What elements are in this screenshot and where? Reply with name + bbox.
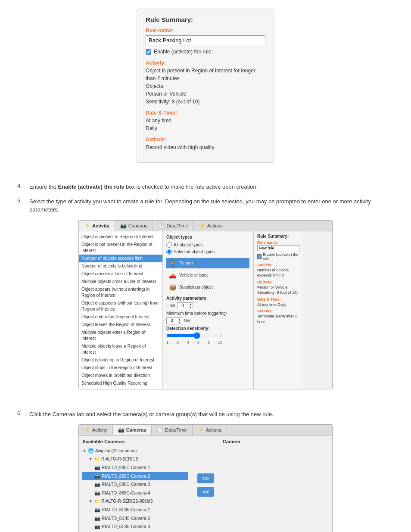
- sensitivity-section: Detection sensitivity: 1246810: [166, 326, 249, 345]
- tree-item-cam4[interactable]: 📷 RIALTO_888C-Camera-4: [82, 489, 188, 498]
- suspicious-object-item[interactable]: 📦 Suspicious object: [166, 282, 249, 292]
- step4-number: 4.: [17, 183, 25, 189]
- tree-label: RIALTO-R-SERIES: [101, 456, 138, 463]
- tab-actions[interactable]: ⚡ Actions: [194, 221, 228, 231]
- tree-item-rialto-008bf3[interactable]: ▼ 📁 RIALTO-R-SERIES-008bf3: [82, 498, 188, 506]
- camera-icon: 📷: [94, 489, 100, 497]
- tree-item-cam2[interactable]: 📷 RIALTO_888C-Camera-2: [82, 472, 188, 481]
- available-cameras-heading: Available Cameras:: [82, 439, 188, 444]
- tree-item-8c45-cam2[interactable]: 📷 RIALTO_8C45-Camera-2: [82, 514, 188, 523]
- step6-text: Click the Cameras tab and select the cam…: [29, 410, 273, 419]
- globe-icon: 🌐: [88, 447, 94, 455]
- all-types-label: All object types: [174, 243, 202, 247]
- list-item[interactable]: Object is not present in the Region of I…: [79, 241, 162, 255]
- camera-dialog: ⚡ Activity 📷 Cameras 🕐 Date/Time ⚡ Actio…: [78, 424, 333, 532]
- limit-down-arrow[interactable]: ▼: [188, 306, 193, 309]
- cam-tab-datetime[interactable]: 🕐 Date/Time: [152, 425, 192, 435]
- min-time-input[interactable]: [167, 318, 177, 324]
- rule-name-input[interactable]: [146, 35, 265, 45]
- list-item[interactable]: Object is loitering in Region of Interes…: [79, 356, 162, 364]
- object-type-group: All object types Selected object types:: [166, 242, 249, 255]
- datetime-section-label: Date & Time:: [146, 110, 265, 116]
- person-icon: 🚶: [168, 259, 177, 268]
- camera-arrows-panel: >> <<: [192, 436, 219, 532]
- tree-item-cam1[interactable]: 📷 RIALTO_888C-Camera-1: [82, 464, 188, 472]
- all-object-types-radio[interactable]: All object types: [166, 242, 249, 248]
- limit-label: Limit: [166, 303, 175, 308]
- limit-up-arrow[interactable]: ▲: [188, 303, 193, 306]
- cam-tab-cameras[interactable]: 📷 Cameras: [113, 425, 152, 435]
- tab-actions-label: Actions: [207, 223, 223, 228]
- list-item[interactable]: Object crosses a Line of Interest: [79, 270, 162, 278]
- selected-object-types-radio[interactable]: Selected object types:: [166, 249, 249, 255]
- tree-item-8c45-cam1[interactable]: 📷 RIALTO_8C45-Camera-1: [82, 506, 188, 514]
- camera-tree: ▼ 🌐 Avigilon (22 cameras) ▼ 📁 RIALTO-R-S…: [82, 447, 188, 531]
- list-item[interactable]: Multiple objects leave a Region of Inter…: [79, 342, 162, 356]
- cam-tab-cameras-label: Cameras: [126, 427, 146, 432]
- min-time-up-arrow[interactable]: ▲: [177, 318, 182, 321]
- cameras-tab-icon: 📷: [120, 223, 127, 229]
- tab-cameras[interactable]: 📷 Cameras: [115, 221, 153, 231]
- tree-label: RIALTO-R-SERIES-008bf3: [101, 498, 153, 505]
- rs-datetime-content: At any time Daily: [257, 302, 299, 308]
- sensitivity-heading: Detection sensitivity:: [166, 326, 249, 331]
- rs-activity-label: Activity:: [257, 263, 299, 267]
- tree-label: Avigilon (22 cameras): [95, 448, 137, 454]
- vehicle-object-item[interactable]: 🚗 Vehicle or boat: [166, 270, 249, 280]
- rs-enable-checkbox[interactable]: ✓: [257, 254, 262, 259]
- add-camera-button[interactable]: >>: [197, 473, 214, 483]
- rs-rule-name-input[interactable]: [257, 245, 299, 251]
- min-time-label-row: Minimum time before triggering:: [166, 311, 249, 316]
- cam-cameras-icon: 📷: [118, 427, 125, 433]
- tree-label: RIALTO_8C45-Camera-2: [102, 515, 150, 522]
- step5-row: 5. Select the type of activity you want …: [17, 197, 394, 214]
- list-item[interactable]: Object enters the Region of Interest: [79, 313, 162, 321]
- list-item[interactable]: Multiple objects enter a Region of Inter…: [79, 329, 162, 342]
- tree-item-8c45-cam3[interactable]: 📷 RIALTO_8C45-Camera-3: [82, 523, 188, 531]
- list-item[interactable]: Object appears (without entering) in Reg…: [79, 286, 162, 299]
- cam-tab-actions[interactable]: ⚡ Actions: [193, 425, 227, 435]
- step5-text: Select the type of activity you want to …: [29, 197, 394, 214]
- min-time-unit: Sec: [184, 318, 191, 323]
- activity-dialog-tabs: ⚡ Activity 📷 Cameras 🕐 Date/Time ⚡ Actio…: [79, 221, 332, 231]
- list-item[interactable]: Object moves in prohibited direction: [79, 372, 162, 380]
- list-item[interactable]: Number of objects is below limit: [79, 262, 162, 270]
- list-item[interactable]: Object disappears (without leaving) from…: [79, 299, 162, 313]
- enable-label: Enable (activate) the rule: [154, 49, 211, 55]
- sensitivity-slider[interactable]: [166, 332, 222, 339]
- rule-name-label: Rule name:: [146, 28, 265, 34]
- list-item[interactable]: Scheduled High Quality Recording: [79, 380, 162, 387]
- activity-section-content: Object is present in Region of Interest …: [146, 67, 265, 106]
- expand-icon: ▼: [82, 448, 87, 454]
- remove-camera-button[interactable]: <<: [197, 487, 214, 497]
- list-item[interactable]: Object leaves the Region of Interest: [79, 321, 162, 329]
- camera-icon: 📷: [94, 481, 100, 488]
- vehicle-label: Vehicle or boat: [179, 273, 208, 277]
- camera-right-panel: Camera: [219, 436, 332, 532]
- tree-item-rialto-r-series[interactable]: ▼ 📁 RIALTO-R-SERIES: [82, 455, 188, 464]
- tree-item-avigilon[interactable]: ▼ 🌐 Avigilon (22 cameras): [82, 447, 188, 455]
- enable-checkbox[interactable]: [146, 49, 151, 55]
- actions-section-content: Record video with high quality: [146, 143, 265, 151]
- list-item[interactable]: Object stops in the Region of Interest: [79, 364, 162, 372]
- activity-tab-icon: ⚡: [84, 223, 90, 229]
- list-item[interactable]: Object is present in Region of Interest: [79, 233, 162, 241]
- min-time-down-arrow[interactable]: ▼: [177, 321, 182, 324]
- camera-icon: 📷: [94, 523, 100, 531]
- activity-params-section: Activity parameters Limit ▲ ▼ Minimum ti: [166, 296, 249, 345]
- tab-datetime[interactable]: 🕐 Date/Time: [153, 221, 193, 231]
- rule-summary-top-panel: Rule Summary: Rule name: Enable (activat…: [17, 9, 394, 175]
- datetime-section-content: At any time Daily: [146, 117, 265, 132]
- min-time-label: Minimum time before triggering:: [166, 311, 227, 316]
- min-time-input-wrapper: ▲ ▼: [166, 317, 182, 324]
- folder-icon: 📁: [94, 456, 100, 464]
- tab-activity[interactable]: ⚡ Activity: [79, 221, 115, 231]
- camera-icon: 📷: [94, 464, 100, 472]
- person-object-item[interactable]: 🚶 Person: [166, 258, 249, 268]
- object-icons-list: 🚶 Person 🚗 Vehicle or boat 📦 Suspicious …: [166, 258, 249, 292]
- cam-tab-activity[interactable]: ⚡ Activity: [79, 425, 113, 435]
- list-item[interactable]: Multiple objects cross a Line of Interes…: [79, 278, 162, 286]
- limit-input[interactable]: [177, 303, 188, 308]
- list-item-selected[interactable]: Number of objects exceeds limit: [79, 255, 162, 262]
- tree-item-cam3[interactable]: 📷 RIALTO_888C-Camera-3: [82, 480, 188, 489]
